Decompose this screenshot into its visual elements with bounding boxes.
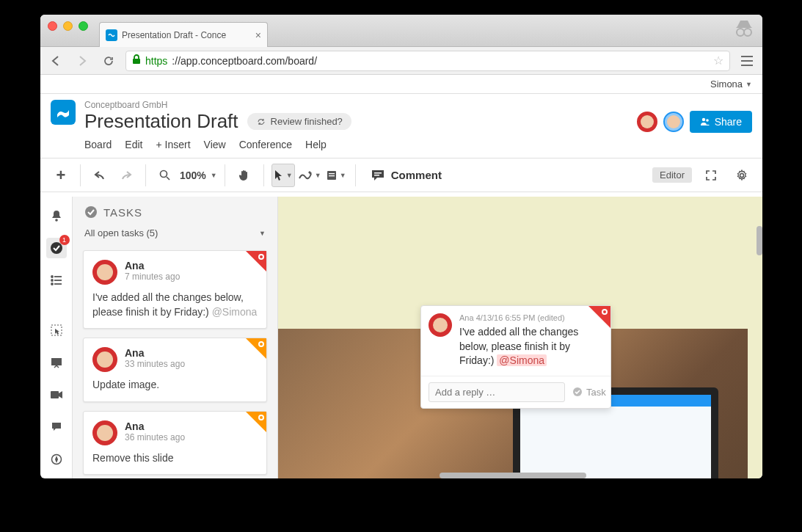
svg-point-21 (85, 206, 97, 218)
menu-conference[interactable]: Conference (239, 139, 292, 150)
redo-button[interactable] (114, 164, 138, 187)
tasks-tab-icon[interactable]: 1 (46, 238, 67, 258)
settings-gear-icon[interactable] (730, 164, 754, 187)
browser-navbar: https://app.conceptboard.com/board/ ☆ (40, 47, 762, 75)
menu-view[interactable]: View (204, 139, 226, 150)
window-minimize-icon[interactable] (63, 21, 73, 31)
share-button[interactable]: Share (690, 111, 752, 133)
tab-title: Presentation Draft - Conce (122, 30, 251, 40)
board-title[interactable]: Presentation Draft (84, 110, 238, 133)
task-author: Ana (125, 420, 185, 432)
svg-point-11 (740, 173, 744, 177)
select-tool-button[interactable]: ▼ (271, 164, 295, 187)
task-author: Ana (125, 347, 185, 359)
window-close-icon[interactable] (48, 21, 57, 31)
menu-edit[interactable]: Edit (125, 139, 142, 150)
current-user-name: Simona (710, 79, 743, 90)
undo-button[interactable] (88, 164, 112, 187)
bookmark-star-icon[interactable]: ☆ (713, 54, 723, 68)
task-card[interactable]: Ana 33 minutes ago Update image. (83, 338, 267, 402)
tasks-filter-dropdown[interactable]: All open tasks (5) ▼ (73, 227, 277, 244)
svg-rect-18 (51, 358, 62, 365)
notifications-bell-icon[interactable] (46, 205, 67, 226)
comment-label: Comment (391, 169, 442, 181)
url-path: ://app.conceptboard.com/board/ (172, 55, 317, 67)
back-button[interactable] (46, 51, 65, 70)
video-camera-icon[interactable] (46, 385, 67, 405)
reply-input[interactable] (429, 382, 565, 402)
app-header: Conceptboard GmbH Presentation Draft Rev… (40, 94, 762, 133)
task-time: 36 minutes ago (125, 432, 185, 442)
menu-insert[interactable]: + Insert (156, 139, 190, 150)
task-card[interactable]: Ana 36 minutes ago Remove this slide (83, 411, 267, 475)
chat-icon[interactable] (46, 417, 67, 437)
url-bar[interactable]: https://app.conceptboard.com/board/ ☆ (125, 51, 730, 71)
draw-tool-button[interactable]: ▼ (298, 164, 321, 187)
task-text: Remove this slide (92, 451, 258, 466)
svg-point-13 (51, 242, 62, 254)
task-label: Task (586, 387, 606, 398)
scrollbar-vertical[interactable] (757, 226, 762, 255)
zoom-level[interactable]: 100% (180, 170, 206, 181)
avatar-user-ana[interactable] (637, 112, 657, 132)
mention[interactable]: @Simona (497, 354, 547, 366)
menu-board[interactable]: Board (84, 139, 112, 150)
comment-button[interactable]: Comment (363, 169, 449, 182)
browser-menu-button[interactable] (737, 51, 757, 70)
svg-rect-19 (51, 391, 59, 398)
add-button[interactable]: + (49, 164, 73, 187)
scrollbar-horizontal[interactable] (440, 473, 586, 478)
company-name: Conceptboard GmbH (84, 100, 752, 110)
task-card[interactable]: Ana 7 minutes ago I've added all the cha… (83, 250, 267, 329)
svg-point-12 (55, 219, 58, 222)
chevron-down-icon[interactable]: ▼ (211, 172, 217, 179)
titlebar: Presentation Draft - Conce × (40, 15, 762, 47)
zoom-search-icon[interactable] (153, 164, 177, 187)
toolbar: + 100%▼ ▼ ▼ ▼ Comment Editor (40, 158, 762, 192)
app-logo-icon[interactable] (51, 100, 76, 125)
browser-tab[interactable]: Presentation Draft - Conce × (99, 22, 268, 47)
tab-close-icon[interactable]: × (255, 29, 261, 41)
favicon-icon (106, 29, 117, 41)
reload-button[interactable] (99, 51, 118, 70)
people-icon (700, 117, 710, 127)
svg-point-5 (161, 170, 167, 177)
user-bar[interactable]: Simona ▼ (40, 75, 762, 94)
board-canvas[interactable]: Ana 4/13/16 6:55 PM (edited) I've added … (278, 197, 762, 478)
role-label[interactable]: Editor (652, 167, 692, 183)
mark-task-button[interactable]: Task (572, 387, 606, 398)
chevron-down-icon: ▼ (259, 230, 266, 237)
svg-rect-7 (329, 173, 335, 174)
svg-point-1 (744, 29, 751, 36)
menu-help[interactable]: Help (305, 139, 327, 150)
outline-list-icon[interactable] (46, 270, 67, 291)
svg-point-3 (701, 117, 704, 120)
mention: @Simona (212, 306, 258, 318)
tasks-panel: TASKS All open tasks (5) ▼ Ana 7 minutes… (73, 197, 278, 478)
svg-point-0 (737, 29, 744, 36)
window-maximize-icon[interactable] (79, 21, 88, 31)
forward-button[interactable] (73, 51, 92, 70)
svg-rect-2 (133, 59, 140, 64)
avatar-user-simona[interactable] (663, 112, 684, 132)
comment-icon (371, 169, 385, 182)
presentation-icon[interactable] (46, 352, 67, 373)
panel-title: TASKS (103, 206, 142, 219)
avatar-icon (92, 260, 117, 285)
url-protocol: https (145, 55, 167, 67)
check-circle-icon (84, 205, 98, 219)
pan-tool-button[interactable] (233, 164, 256, 187)
tasks-badge: 1 (59, 235, 70, 245)
chevron-down-icon: ▼ (286, 172, 293, 179)
selection-tool-icon[interactable] (46, 320, 67, 340)
svg-point-4 (706, 119, 709, 122)
popup-meta: Ana 4/13/16 6:55 PM (edited) (459, 313, 603, 322)
note-tool-button[interactable]: ▼ (324, 164, 348, 187)
svg-point-14 (51, 276, 53, 277)
review-status-pill[interactable]: Review finished? (247, 113, 351, 130)
svg-point-15 (51, 280, 53, 281)
fullscreen-button[interactable] (699, 164, 723, 187)
filter-label: All open tasks (5) (84, 227, 158, 238)
svg-rect-8 (329, 175, 335, 176)
compass-icon[interactable] (46, 449, 67, 470)
